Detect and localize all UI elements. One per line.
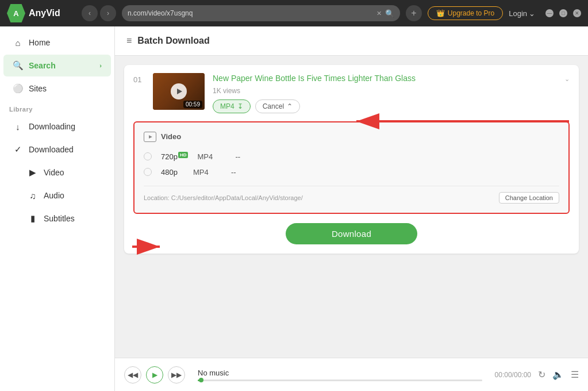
quality-720p-size: -- [235,152,240,161]
sidebar-item-home[interactable]: ⌂ Home [3,32,111,53]
batch-download-icon: ≡ [126,36,132,46]
hd-badge: HD [178,152,189,158]
scroll-area: 01 00:59 New Paper Wine Bottle Is Five T… [115,56,588,358]
new-tab-button[interactable]: + [406,5,422,21]
sidebar-search-label: Search [29,61,56,70]
main-layout: ⌂ Home 🔍 Search › ⚪ Sites Library ↓ Down… [0,26,588,391]
volume-icon[interactable]: 🔈 [552,369,564,380]
quality-480p-format: MP4 [193,168,222,177]
play-pause-button[interactable]: ▶ [146,366,163,384]
player-info: No music [192,369,488,381]
page-title: Batch Download [137,36,209,46]
back-button[interactable]: ‹ [82,5,98,21]
sidebar-item-audio[interactable]: ♫ Audio [3,185,111,206]
video-actions: MP4 ↧ Cancel ⌃ [213,99,556,113]
sidebar: ⌂ Home 🔍 Search › ⚪ Sites Library ↓ Down… [0,26,115,391]
sidebar-downloaded-label: Downloaded [29,145,74,154]
change-location-button[interactable]: Change Location [499,192,559,204]
close-button[interactable]: ✕ [573,9,581,17]
sidebar-item-downloading[interactable]: ↓ Downloading [3,116,111,137]
sidebar-video-label: Video [44,168,64,177]
library-section-label: Library [0,100,114,115]
player-track-title: No music [198,369,482,377]
home-icon: ⌂ [13,37,23,48]
video-icon: ▶ [28,167,38,178]
app-logo: A AnyVid [7,4,76,22]
sidebar-item-video[interactable]: ▶ Video [3,162,111,183]
search-icon: 🔍 [13,60,23,71]
download-button[interactable]: Download [286,223,417,244]
download-panel: Video 720pHD MP4 -- 480p [133,121,570,214]
quality-480p-radio[interactable] [144,168,152,176]
sidebar-item-search[interactable]: 🔍 Search › [3,55,111,76]
window-controls: — □ ✕ [545,9,581,17]
quality-720p-radio[interactable] [144,152,152,160]
prev-button[interactable]: ◀◀ [124,366,141,384]
panel-video-icon [144,132,156,142]
upgrade-label: Upgrade to Pro [448,9,494,17]
chevron-right-icon: › [99,62,102,69]
mp4-button[interactable]: MP4 ↧ [213,99,251,113]
location-text: Location: C:/Users/editor/AppData/Local/… [144,194,303,201]
repeat-icon[interactable]: ↻ [538,369,545,380]
video-duration: 00:59 [183,101,202,108]
video-thumbnail: 00:59 [153,73,205,110]
sidebar-audio-label: Audio [44,191,64,200]
download-icon: ↓ [13,121,23,132]
panel-section-title: Video [144,132,559,142]
forward-button[interactable]: › [100,5,116,21]
player-progress-bar[interactable] [198,379,482,381]
panel-video-label: Video [161,132,181,141]
next-button[interactable]: ▶▶ [168,366,185,384]
download-button-wrap: Download [124,223,579,254]
url-bar[interactable]: n.com/video/x7usgnq ✕ 🔍 [122,5,400,21]
video-card-header: 01 00:59 New Paper Wine Bottle Is Five T… [124,65,579,121]
player-time: 00:00/00:00 [495,371,531,379]
sidebar-item-subtitles[interactable]: ▮ Subtitles [3,208,111,229]
sidebar-item-downloaded[interactable]: ✓ Downloaded [3,139,111,160]
quality-row-720p: 720pHD MP4 -- [144,149,559,164]
video-title: New Paper Wine Bottle Is Five Times Ligh… [213,73,556,85]
quality-row-480p: 480p MP4 -- [144,164,559,180]
quality-720p-label: 720pHD [161,152,188,161]
video-card: 01 00:59 New Paper Wine Bottle Is Five T… [124,65,579,254]
sidebar-home-label: Home [29,38,50,47]
page-header: ≡ Batch Download [115,26,588,56]
titlebar: A AnyVid ‹ › n.com/video/x7usgnq ✕ 🔍 + 👑… [0,0,588,26]
maximize-button[interactable]: □ [559,9,567,17]
minimize-button[interactable]: — [545,9,554,17]
login-label: Login [509,9,527,18]
sidebar-subtitles-label: Subtitles [44,214,75,223]
upgrade-button[interactable]: 👑 Upgrade to Pro [428,6,503,20]
audio-icon: ♫ [28,190,38,201]
chevron-up-icon: ⌃ [287,102,293,110]
video-views: 1K views [213,87,556,95]
track-number: 01 [133,73,145,84]
sidebar-sites-label: Sites [29,84,47,93]
cancel-button[interactable]: Cancel ⌃ [255,99,300,113]
quality-480p-label: 480p [161,168,184,177]
chevron-down-icon: ⌄ [529,9,535,18]
player-progress-dot [199,378,203,382]
url-text: n.com/video/x7usgnq [128,9,373,17]
sidebar-item-sites[interactable]: ⚪ Sites [3,78,111,99]
thumb-play-button[interactable] [171,83,187,99]
sidebar-downloading-label: Downloading [29,122,75,131]
search-icon[interactable]: 🔍 [385,9,394,18]
quality-720p-format: MP4 [197,152,226,161]
subtitles-icon: ▮ [28,213,38,224]
cancel-label: Cancel [263,102,284,110]
card-chevron-icon[interactable]: ⌄ [564,73,570,83]
player: ◀◀ ▶ ▶▶ No music 00:00/00:00 ↻ 🔈 ☰ [115,358,588,391]
playlist-icon[interactable]: ☰ [571,369,579,380]
video-info: New Paper Wine Bottle Is Five Times Ligh… [213,73,556,113]
quality-480p-size: -- [231,168,236,177]
player-controls: ◀◀ ▶ ▶▶ [124,366,185,384]
nav-buttons: ‹ › [82,5,116,21]
login-button[interactable]: Login ⌄ [509,9,535,18]
checkmark-icon: ✓ [13,144,23,155]
tab-close-icon[interactable]: ✕ [376,10,382,17]
location-row: Location: C:/Users/editor/AppData/Local/… [144,186,559,204]
crown-icon: 👑 [436,9,445,17]
app-name: AnyVid [29,8,60,18]
